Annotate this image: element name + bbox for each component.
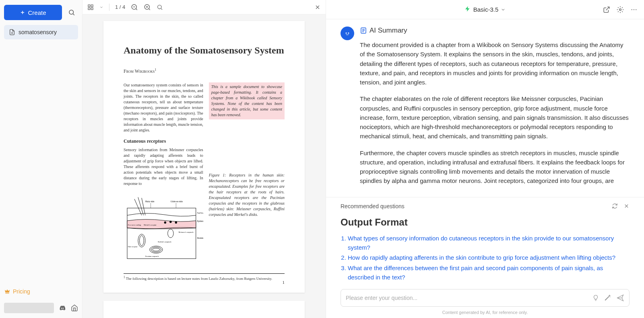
model-name: Basic-3.5 bbox=[473, 6, 499, 13]
svg-point-34 bbox=[619, 8, 621, 10]
svg-point-35 bbox=[632, 9, 632, 10]
svg-point-39 bbox=[346, 33, 347, 34]
svg-point-13 bbox=[140, 236, 144, 246]
discord-icon[interactable] bbox=[59, 304, 66, 312]
bulb-icon[interactable] bbox=[592, 294, 599, 302]
svg-point-0 bbox=[69, 10, 74, 14]
send-icon[interactable] bbox=[616, 294, 624, 302]
page-2: From Wikibooks bbox=[103, 301, 305, 318]
doc-para1: Our somatosensory system consists of sen… bbox=[124, 82, 203, 133]
grid-view-icon[interactable] bbox=[87, 4, 94, 10]
svg-line-10 bbox=[138, 197, 143, 215]
sidebar: Create somatosensory Pricing bbox=[0, 0, 83, 318]
create-label: Create bbox=[28, 9, 46, 16]
zoom-out-icon[interactable] bbox=[131, 4, 138, 11]
svg-text:Papillary Ridges: Papillary Ridges bbox=[197, 212, 203, 214]
user-placeholder bbox=[4, 303, 54, 313]
svg-point-12 bbox=[138, 234, 145, 247]
summary-icon bbox=[360, 27, 367, 34]
create-button[interactable]: Create bbox=[4, 5, 62, 20]
refresh-icon[interactable] bbox=[612, 203, 618, 209]
home-icon[interactable] bbox=[71, 304, 78, 312]
external-link-icon[interactable] bbox=[603, 6, 610, 13]
svg-rect-4 bbox=[91, 8, 93, 10]
svg-text:Epidermis: Epidermis bbox=[197, 220, 203, 222]
svg-rect-8 bbox=[127, 208, 196, 259]
summary-p3: Furthermore, the chapter covers muscle s… bbox=[360, 148, 630, 186]
svg-text:Merkel's receptor: Merkel's receptor bbox=[144, 224, 157, 226]
bot-icon bbox=[343, 29, 351, 37]
doc-subtitle: From Wikibooks1 bbox=[124, 68, 285, 74]
svg-text:Ruffini's corpuscle: Ruffini's corpuscle bbox=[158, 241, 171, 243]
search-icon bbox=[68, 9, 75, 16]
close-icon[interactable] bbox=[314, 4, 321, 10]
rp-header: Basic-3.5 bbox=[326, 0, 644, 19]
svg-rect-1 bbox=[88, 5, 90, 7]
svg-text:Hairy skin: Hairy skin bbox=[145, 200, 155, 203]
plus-icon bbox=[20, 10, 25, 15]
svg-text:Meissner's corpuscle: Meissner's corpuscle bbox=[179, 231, 194, 233]
page-1: Anatomy of the Somatosensory System From… bbox=[103, 21, 305, 293]
doc-toolbar: 1 / 4 bbox=[83, 0, 326, 14]
summary-title: AI Summary bbox=[360, 27, 630, 35]
svg-point-20 bbox=[175, 222, 177, 224]
search-button[interactable] bbox=[65, 6, 78, 19]
avatar bbox=[341, 27, 354, 40]
skin-diagram: Hairy skin Glabrous skin Papillary Ridge… bbox=[124, 190, 203, 266]
svg-text:Free nerve ending: Free nerve ending bbox=[128, 224, 141, 226]
crown-icon bbox=[4, 288, 10, 295]
right-panel: Basic-3.5 AI Summary The document provid… bbox=[326, 0, 644, 318]
bolt-icon bbox=[464, 6, 471, 13]
chevron-down-icon[interactable] bbox=[99, 5, 103, 9]
close-recommend-icon[interactable] bbox=[623, 203, 630, 209]
gear-icon[interactable] bbox=[617, 6, 624, 13]
skin-figure: Hairy skin Glabrous skin Papillary Ridge… bbox=[124, 190, 203, 268]
svg-point-16 bbox=[153, 248, 160, 251]
model-selector[interactable]: Basic-3.5 bbox=[464, 6, 506, 13]
svg-line-9 bbox=[134, 199, 142, 215]
svg-point-40 bbox=[348, 33, 349, 34]
doc-viewer: 1 / 4 Anatomy of the Somatosensory Syste… bbox=[83, 0, 326, 318]
svg-text:Glabrous skin: Glabrous skin bbox=[171, 200, 183, 203]
svg-point-38 bbox=[344, 30, 351, 37]
sidebar-item-somatosensory[interactable]: somatosensory bbox=[4, 25, 78, 39]
recommend-label: Recommended questions bbox=[341, 203, 405, 209]
svg-point-18 bbox=[164, 222, 166, 224]
divider bbox=[109, 4, 109, 11]
output-format-title: Output Format bbox=[341, 217, 630, 228]
doc-scroll[interactable]: Anatomy of the Somatosensory System From… bbox=[83, 14, 326, 318]
svg-point-37 bbox=[636, 9, 636, 10]
svg-point-7 bbox=[158, 5, 161, 8]
disclaimer: Content generated by AI, for reference o… bbox=[341, 310, 630, 315]
pricing-link[interactable]: Pricing bbox=[4, 288, 78, 295]
svg-point-17 bbox=[168, 229, 173, 238]
question-3[interactable]: What are the differences between the fir… bbox=[348, 263, 630, 282]
doc-para2: Sensory information from Meissner corpus… bbox=[124, 147, 203, 187]
question-2[interactable]: How do rapidly adapting afferents in the… bbox=[348, 253, 630, 262]
svg-text:Dermis: Dermis bbox=[197, 237, 203, 239]
wand-icon[interactable] bbox=[604, 294, 611, 302]
doc-title: Anatomy of the Somatosensory System bbox=[124, 45, 285, 56]
svg-text:Pacinian corpuscle: Pacinian corpuscle bbox=[145, 255, 159, 257]
zoom-in-icon[interactable] bbox=[144, 4, 151, 11]
question-input[interactable] bbox=[346, 295, 587, 301]
search-page-icon[interactable] bbox=[157, 4, 163, 10]
question-list: What types of sensory information do cut… bbox=[341, 234, 630, 282]
svg-rect-2 bbox=[91, 5, 93, 7]
pink-note: This is a sample document to showcase pa… bbox=[209, 82, 285, 119]
pricing-label: Pricing bbox=[13, 288, 30, 295]
summary-scroll[interactable]: AI Summary The document provided is a ch… bbox=[326, 19, 644, 197]
recommend-section: Recommended questions Output Format What… bbox=[326, 197, 644, 283]
svg-point-19 bbox=[169, 221, 171, 223]
document-icon bbox=[9, 29, 15, 35]
input-area: Content generated by AI, for reference o… bbox=[326, 283, 644, 318]
sidebar-item-label: somatosensory bbox=[19, 29, 57, 35]
svg-point-36 bbox=[634, 9, 634, 10]
summary-p1: The document provided is a chapter from … bbox=[360, 40, 630, 87]
page-indicator: 1 / 4 bbox=[115, 4, 125, 10]
input-box bbox=[341, 289, 630, 307]
question-1[interactable]: What types of sensory information do cut… bbox=[348, 234, 630, 252]
more-icon[interactable] bbox=[630, 6, 638, 13]
section-head: Cutaneous receptors bbox=[124, 138, 203, 145]
svg-line-11 bbox=[142, 198, 145, 215]
